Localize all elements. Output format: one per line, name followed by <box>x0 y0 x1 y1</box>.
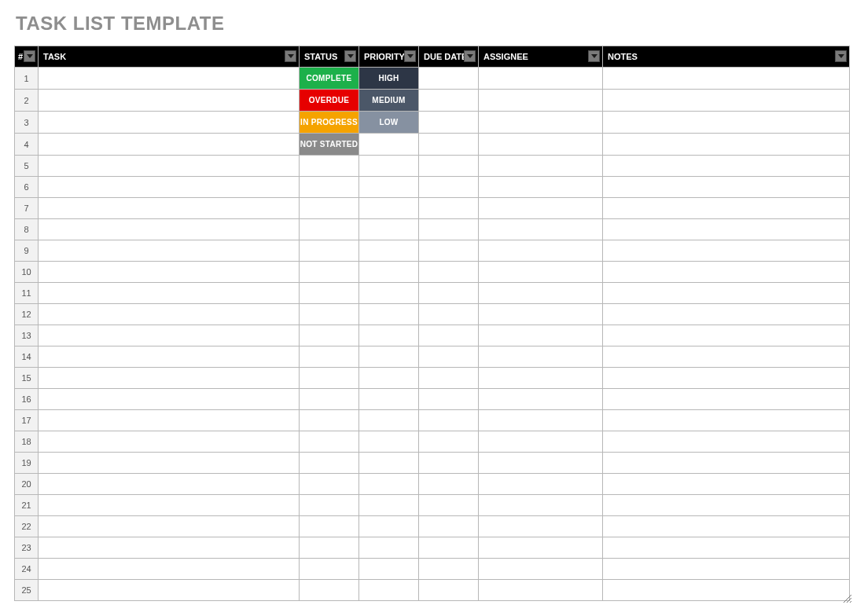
task-cell[interactable] <box>39 495 300 516</box>
notes-cell[interactable] <box>603 112 850 134</box>
duedate-cell[interactable] <box>419 516 479 537</box>
assignee-cell[interactable] <box>479 198 603 219</box>
assignee-cell[interactable] <box>479 368 603 389</box>
notes-cell[interactable] <box>603 474 850 495</box>
status-cell[interactable] <box>300 156 359 177</box>
task-cell[interactable] <box>39 537 300 559</box>
duedate-cell[interactable] <box>419 453 479 474</box>
status-cell[interactable] <box>300 474 359 495</box>
duedate-cell[interactable] <box>419 198 479 219</box>
notes-cell[interactable] <box>603 262 850 283</box>
priority-cell[interactable] <box>359 453 419 474</box>
priority-cell[interactable] <box>359 346 419 368</box>
task-cell[interactable] <box>39 134 300 156</box>
notes-cell[interactable] <box>603 156 850 177</box>
assignee-cell[interactable] <box>479 240 603 262</box>
task-cell[interactable] <box>39 368 300 389</box>
notes-cell[interactable] <box>603 346 850 368</box>
filter-duedate-button[interactable] <box>464 50 476 62</box>
priority-cell[interactable] <box>359 262 419 283</box>
notes-cell[interactable] <box>603 283 850 304</box>
task-cell[interactable] <box>39 389 300 410</box>
status-cell[interactable] <box>300 219 359 240</box>
duedate-cell[interactable] <box>419 431 479 453</box>
priority-cell[interactable] <box>359 283 419 304</box>
duedate-cell[interactable] <box>419 495 479 516</box>
status-cell[interactable] <box>300 410 359 431</box>
notes-cell[interactable] <box>603 559 850 580</box>
duedate-cell[interactable] <box>419 134 479 156</box>
assignee-cell[interactable] <box>479 112 603 134</box>
priority-cell[interactable] <box>359 495 419 516</box>
task-cell[interactable] <box>39 559 300 580</box>
assignee-cell[interactable] <box>479 219 603 240</box>
assignee-cell[interactable] <box>479 177 603 198</box>
assignee-cell[interactable] <box>479 90 603 112</box>
notes-cell[interactable] <box>603 410 850 431</box>
notes-cell[interactable] <box>603 368 850 389</box>
notes-cell[interactable] <box>603 431 850 453</box>
assignee-cell[interactable] <box>479 537 603 559</box>
status-cell[interactable] <box>300 198 359 219</box>
duedate-cell[interactable] <box>419 68 479 90</box>
duedate-cell[interactable] <box>419 219 479 240</box>
assignee-cell[interactable] <box>479 283 603 304</box>
priority-cell[interactable] <box>359 240 419 262</box>
status-cell[interactable] <box>300 537 359 559</box>
status-cell[interactable]: COMPLETE <box>300 68 359 90</box>
task-cell[interactable] <box>39 431 300 453</box>
priority-cell[interactable] <box>359 537 419 559</box>
duedate-cell[interactable] <box>419 240 479 262</box>
notes-cell[interactable] <box>603 304 850 325</box>
assignee-cell[interactable] <box>479 134 603 156</box>
status-cell[interactable]: NOT STARTED <box>300 134 359 156</box>
duedate-cell[interactable] <box>419 325 479 346</box>
notes-cell[interactable] <box>603 240 850 262</box>
filter-status-button[interactable] <box>344 50 356 62</box>
priority-cell[interactable] <box>359 325 419 346</box>
status-cell[interactable] <box>300 389 359 410</box>
priority-cell[interactable] <box>359 156 419 177</box>
duedate-cell[interactable] <box>419 283 479 304</box>
duedate-cell[interactable] <box>419 112 479 134</box>
assignee-cell[interactable] <box>479 580 603 601</box>
notes-cell[interactable] <box>603 453 850 474</box>
task-cell[interactable] <box>39 177 300 198</box>
priority-cell[interactable] <box>359 219 419 240</box>
assignee-cell[interactable] <box>479 304 603 325</box>
status-cell[interactable] <box>300 580 359 601</box>
priority-cell[interactable] <box>359 177 419 198</box>
task-cell[interactable] <box>39 198 300 219</box>
task-cell[interactable] <box>39 453 300 474</box>
notes-cell[interactable] <box>603 134 850 156</box>
duedate-cell[interactable] <box>419 389 479 410</box>
priority-cell[interactable] <box>359 134 419 156</box>
status-cell[interactable] <box>300 495 359 516</box>
filter-priority-button[interactable] <box>404 50 416 62</box>
task-cell[interactable] <box>39 90 300 112</box>
assignee-cell[interactable] <box>479 68 603 90</box>
status-cell[interactable] <box>300 453 359 474</box>
notes-cell[interactable] <box>603 389 850 410</box>
duedate-cell[interactable] <box>419 410 479 431</box>
priority-cell[interactable]: LOW <box>359 112 419 134</box>
task-cell[interactable] <box>39 304 300 325</box>
task-cell[interactable] <box>39 240 300 262</box>
task-cell[interactable] <box>39 346 300 368</box>
notes-cell[interactable] <box>603 537 850 559</box>
priority-cell[interactable] <box>359 516 419 537</box>
task-cell[interactable] <box>39 283 300 304</box>
task-cell[interactable] <box>39 112 300 134</box>
priority-cell[interactable]: MEDIUM <box>359 90 419 112</box>
status-cell[interactable] <box>300 431 359 453</box>
status-cell[interactable] <box>300 240 359 262</box>
notes-cell[interactable] <box>603 325 850 346</box>
assignee-cell[interactable] <box>479 516 603 537</box>
notes-cell[interactable] <box>603 90 850 112</box>
priority-cell[interactable] <box>359 431 419 453</box>
duedate-cell[interactable] <box>419 537 479 559</box>
status-cell[interactable]: IN PROGRESS <box>300 112 359 134</box>
assignee-cell[interactable] <box>479 474 603 495</box>
status-cell[interactable] <box>300 516 359 537</box>
priority-cell[interactable] <box>359 410 419 431</box>
